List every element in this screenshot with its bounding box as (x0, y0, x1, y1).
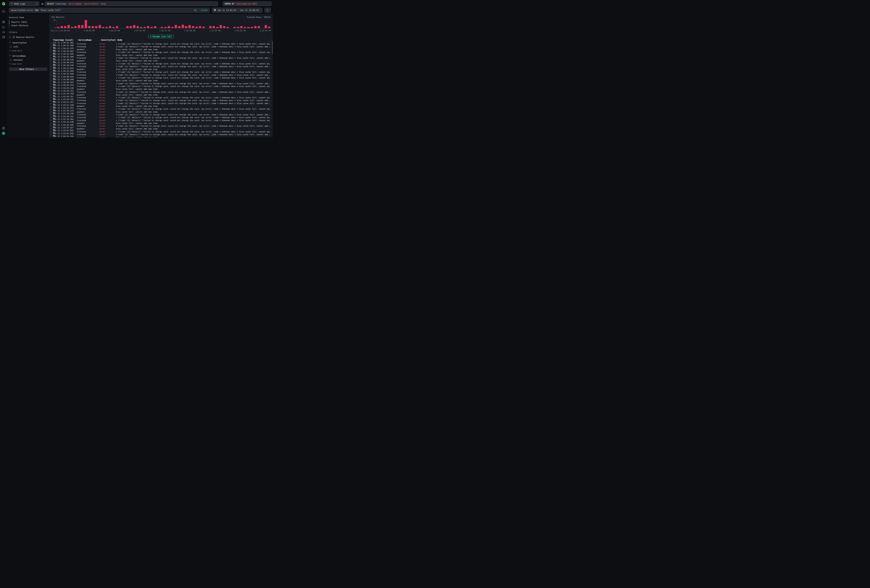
more-filters-button[interactable]: More filters (9, 67, 47, 71)
histogram-bar[interactable] (130, 26, 132, 28)
col-servicename[interactable]: ServiceName (77, 39, 100, 41)
histogram-bar[interactable] (175, 25, 177, 28)
histogram-bar[interactable] (237, 27, 239, 28)
log-row[interactable]: Jun 11 1:56:51.982 PMfrontenderror× {"co… (49, 42, 273, 45)
histogram-bar[interactable] (67, 25, 70, 28)
user-avatar[interactable]: U (2, 131, 5, 135)
histogram-bar[interactable] (112, 27, 115, 28)
histogram-bar[interactable] (265, 25, 267, 28)
select-query-bar[interactable]: SELECT Timestamp, ServiceName, SeverityT… (45, 1, 218, 6)
histogram-bar[interactable] (240, 26, 243, 28)
histogram-bar[interactable] (220, 25, 222, 28)
histogram-bar[interactable] (64, 26, 66, 28)
laptop-icon[interactable] (2, 30, 5, 34)
histogram-bar[interactable] (268, 27, 270, 28)
cell-severitytext: error (100, 82, 116, 85)
histogram-bar[interactable] (116, 26, 118, 28)
load-more-servicename[interactable]: Load more (9, 63, 47, 65)
table-options-icon[interactable] (271, 39, 272, 41)
search-input[interactable]: SeverityText:error AND "Visa cache full" (11, 9, 194, 12)
source-selector[interactable]: Demo Logs (9, 1, 39, 6)
histogram-bar[interactable] (143, 27, 146, 28)
logs-icon[interactable] (2, 20, 5, 24)
lang-lucene-toggle[interactable]: Lucene (201, 9, 208, 11)
denoise-results-toggle[interactable]: Denoise Results (9, 36, 47, 39)
histogram-bar[interactable] (133, 25, 136, 28)
histogram-bar[interactable] (182, 25, 184, 28)
histogram-bar[interactable] (88, 26, 91, 28)
column-resize-handle[interactable] (77, 39, 77, 41)
histogram-bar[interactable] (226, 27, 229, 28)
histogram-bar[interactable] (140, 27, 142, 28)
histogram-bar[interactable] (74, 26, 77, 28)
histogram-bar[interactable] (147, 26, 149, 28)
histogram-bar[interactable] (99, 25, 101, 28)
help-icon[interactable]: ? (2, 127, 5, 130)
histogram-bar[interactable] (168, 26, 170, 28)
app-logo-icon[interactable] (2, 2, 6, 6)
histogram-bar[interactable] (254, 26, 256, 28)
chart-icon[interactable] (2, 25, 5, 28)
histogram-bar[interactable] (164, 27, 167, 28)
tab-results-table[interactable]: Results Table (9, 20, 47, 24)
histogram-bar[interactable] (150, 27, 153, 28)
histogram-bar[interactable] (154, 26, 156, 28)
checkout-checkbox[interactable] (10, 59, 12, 61)
filter-option-info[interactable]: info (10, 46, 47, 48)
histogram-bar[interactable] (209, 26, 212, 28)
order-by-bar[interactable]: ORDER BY TimestampTime DESC (223, 1, 271, 6)
histogram-bar[interactable] (95, 26, 97, 28)
col-body[interactable]: Body (116, 39, 273, 41)
histogram-bar[interactable] (161, 27, 163, 28)
table-scrollbar[interactable] (272, 41, 273, 54)
time-range-picker[interactable]: Jun 11 13:41:52 - Jun 11 13:56:52 (212, 8, 262, 12)
info-checkbox[interactable] (10, 46, 12, 48)
col-severitytext[interactable]: SeverityText (100, 39, 116, 41)
resume-live-tail-button[interactable]: Resume Live Tail (148, 35, 174, 38)
search-icon[interactable] (9, 55, 11, 57)
histogram-bar[interactable] (78, 25, 80, 28)
histogram-bar[interactable] (126, 26, 128, 28)
cell-body: {"code":13,"details":"failed to charge c… (116, 82, 273, 85)
histogram-bar[interactable] (199, 26, 201, 28)
histogram-bar[interactable] (102, 27, 104, 28)
histogram-bar[interactable] (258, 26, 260, 28)
histogram-bar[interactable] (81, 25, 83, 28)
histogram-bar[interactable] (216, 27, 218, 28)
histogram-bar[interactable] (171, 27, 173, 28)
denoise-checkbox[interactable] (9, 36, 11, 38)
lang-sql-toggle[interactable]: SQL (194, 9, 197, 11)
cell-servicename: frontend (77, 65, 100, 68)
histogram-bar[interactable] (213, 26, 215, 28)
histogram-bar[interactable] (251, 27, 253, 28)
histogram-bar[interactable] (92, 26, 94, 28)
histogram-bar[interactable] (195, 27, 198, 28)
column-resize-handle[interactable] (100, 39, 100, 41)
histogram-bar[interactable] (203, 27, 205, 28)
histogram-bar[interactable] (85, 20, 87, 28)
run-query-button[interactable] (264, 8, 271, 12)
dashboard-icon[interactable] (2, 36, 5, 39)
histogram-bar[interactable] (234, 27, 236, 28)
histogram-bar[interactable] (244, 27, 246, 28)
histogram-bar[interactable] (57, 27, 59, 28)
histogram-bar[interactable] (106, 27, 108, 28)
histogram-bar[interactable] (188, 25, 191, 28)
histogram-bar[interactable] (109, 26, 111, 28)
search-bar[interactable]: SeverityText:error AND "Visa cache full"… (9, 8, 210, 12)
histogram-bar[interactable] (178, 26, 180, 28)
tab-event-patterns[interactable]: Event Patterns (9, 24, 47, 27)
histogram-bar[interactable] (192, 26, 194, 28)
histogram-bar[interactable] (223, 26, 225, 28)
histogram-bar[interactable] (61, 26, 63, 28)
load-more-severitytext[interactable]: Load more (9, 49, 47, 52)
search-panel-icon[interactable] (2, 10, 5, 13)
histogram-bar[interactable] (185, 26, 187, 28)
filter-option-checkout[interactable]: checkout (10, 59, 47, 61)
gear-icon[interactable]: ⚙ (40, 2, 44, 6)
histogram-bar[interactable] (137, 26, 139, 28)
col-timestamp[interactable]: Timestamp (Local) (53, 39, 77, 41)
histogram-bar[interactable] (71, 27, 73, 28)
histogram-bar[interactable] (247, 27, 250, 28)
search-icon[interactable] (9, 42, 11, 44)
